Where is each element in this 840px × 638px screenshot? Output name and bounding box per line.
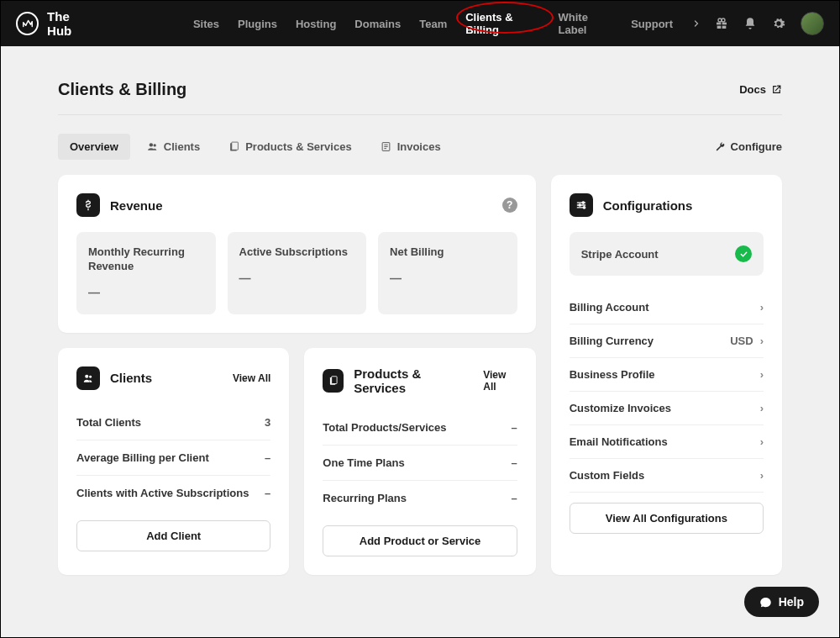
revenue-title: Revenue xyxy=(110,198,163,213)
tabs: Overview Clients Products & Services Inv… xyxy=(58,134,453,160)
dollar-icon xyxy=(76,193,100,217)
svg-point-6 xyxy=(150,143,153,146)
revenue-card: Revenue ? Monthly Recurring Revenue — Ac… xyxy=(58,175,536,333)
nav-clients-billing[interactable]: Clients & Billing xyxy=(465,11,539,36)
config-title: Configurations xyxy=(603,198,693,213)
wrench-icon xyxy=(715,141,726,152)
revenue-tile-mrr: Monthly Recurring Revenue — xyxy=(76,232,216,314)
page: Clients & Billing Docs Overview Clients … xyxy=(1,46,839,600)
products-stat-onetime: One Time Plans – xyxy=(323,446,517,481)
products-stat-total: Total Products/Services – xyxy=(323,410,517,446)
nav-support[interactable]: Support xyxy=(631,18,673,30)
clients-title: Clients xyxy=(110,371,152,385)
chat-icon xyxy=(759,596,772,609)
nav-sites[interactable]: Sites xyxy=(193,18,219,30)
tabs-row: Overview Clients Products & Services Inv… xyxy=(58,115,782,175)
docs-link[interactable]: Docs xyxy=(739,83,782,96)
config-row-billing-account[interactable]: Billing Account › xyxy=(570,291,764,324)
overview-grid: Revenue ? Monthly Recurring Revenue — Ac… xyxy=(58,175,782,575)
chevron-right-icon: › xyxy=(760,301,764,314)
top-nav: The Hub Sites Plugins Hosting Domains Te… xyxy=(1,1,839,46)
nav-team[interactable]: Team xyxy=(419,18,447,30)
products-stat-recurring: Recurring Plans – xyxy=(323,481,517,515)
tab-overview[interactable]: Overview xyxy=(58,134,130,160)
products-card: Products & Services View All Total Produ… xyxy=(304,348,535,575)
svg-point-12 xyxy=(579,204,580,206)
tab-products-services[interactable]: Products & Services xyxy=(217,134,363,160)
revenue-tiles: Monthly Recurring Revenue — Active Subsc… xyxy=(76,232,517,314)
revenue-tile-active-subs: Active Subscriptions — xyxy=(228,232,367,314)
nav-plugins[interactable]: Plugins xyxy=(238,18,277,30)
brand-logo[interactable]: The Hub xyxy=(16,9,96,38)
sliders-icon xyxy=(570,193,593,217)
config-row-business-profile[interactable]: Business Profile › xyxy=(570,358,764,392)
document-stack-icon xyxy=(323,369,344,393)
nav-items: Sites Plugins Hosting Domains Team Clien… xyxy=(193,11,701,36)
clients-view-all[interactable]: View All xyxy=(233,372,270,384)
chevron-right-icon: › xyxy=(760,368,764,381)
clients-icon xyxy=(76,366,100,390)
svg-rect-2 xyxy=(717,26,722,29)
help-bubble[interactable]: Help xyxy=(744,587,819,617)
stripe-account-box[interactable]: Stripe Account xyxy=(570,232,764,276)
add-product-button[interactable]: Add Product or Service xyxy=(323,525,517,556)
invoices-icon xyxy=(381,141,391,152)
chevron-right-icon: › xyxy=(760,335,764,347)
nav-domains[interactable]: Domains xyxy=(354,18,401,30)
external-link-icon xyxy=(771,84,782,95)
clients-stat-active-subs: Clients with Active Subscriptions – xyxy=(76,476,270,510)
user-avatar[interactable] xyxy=(801,12,824,35)
nav-hosting[interactable]: Hosting xyxy=(296,18,336,30)
svg-point-11 xyxy=(582,202,584,203)
config-row-email-notifications[interactable]: Email Notifications › xyxy=(570,425,764,459)
view-all-configurations-button[interactable]: View All Configurations xyxy=(570,503,764,534)
products-view-all[interactable]: View All xyxy=(483,369,517,393)
logo-icon xyxy=(16,12,39,35)
svg-point-7 xyxy=(153,144,155,146)
products-icon xyxy=(228,141,239,152)
add-client-button[interactable]: Add Client xyxy=(76,520,270,551)
help-icon[interactable]: ? xyxy=(502,198,517,213)
nav-right xyxy=(715,12,824,35)
clients-stat-total: Total Clients 3 xyxy=(76,405,270,440)
svg-rect-1 xyxy=(722,23,727,25)
svg-point-5 xyxy=(722,18,725,22)
gift-icon[interactable] xyxy=(715,17,728,30)
clients-icon xyxy=(147,141,158,152)
page-title: Clients & Billing xyxy=(58,80,186,99)
config-row-custom-fields[interactable]: Custom Fields › xyxy=(570,459,764,493)
tab-clients[interactable]: Clients xyxy=(135,134,212,160)
config-row-billing-currency[interactable]: Billing Currency USD› xyxy=(570,324,764,358)
configurations-card: Configurations Stripe Account Billing Ac… xyxy=(551,175,782,575)
svg-point-13 xyxy=(583,207,585,208)
clients-card: Clients View All Total Clients 3 Average… xyxy=(58,348,289,575)
chevron-right-icon: › xyxy=(760,469,764,482)
tab-invoices[interactable]: Invoices xyxy=(369,134,453,160)
chevron-right-icon[interactable] xyxy=(691,18,701,29)
svg-rect-3 xyxy=(722,26,727,29)
page-header: Clients & Billing Docs xyxy=(58,46,782,115)
svg-rect-0 xyxy=(717,23,721,25)
clients-stat-avg-billing: Average Billing per Client – xyxy=(76,440,270,476)
chevron-right-icon: › xyxy=(760,435,764,448)
svg-rect-9 xyxy=(232,142,239,150)
chevron-right-icon: › xyxy=(760,402,764,414)
bell-icon[interactable] xyxy=(743,17,757,30)
svg-rect-17 xyxy=(331,377,336,384)
svg-point-14 xyxy=(85,374,88,377)
check-icon xyxy=(735,245,752,262)
products-title: Products & Services xyxy=(354,366,463,395)
brand-name: The Hub xyxy=(47,9,96,38)
configure-link[interactable]: Configure xyxy=(715,140,782,153)
gear-icon[interactable] xyxy=(772,17,785,30)
config-row-customize-invoices[interactable]: Customize Invoices › xyxy=(570,392,764,425)
revenue-tile-net-billing: Net Billing — xyxy=(378,232,517,314)
svg-point-15 xyxy=(89,376,92,378)
nav-white-label[interactable]: White Label xyxy=(559,11,613,36)
